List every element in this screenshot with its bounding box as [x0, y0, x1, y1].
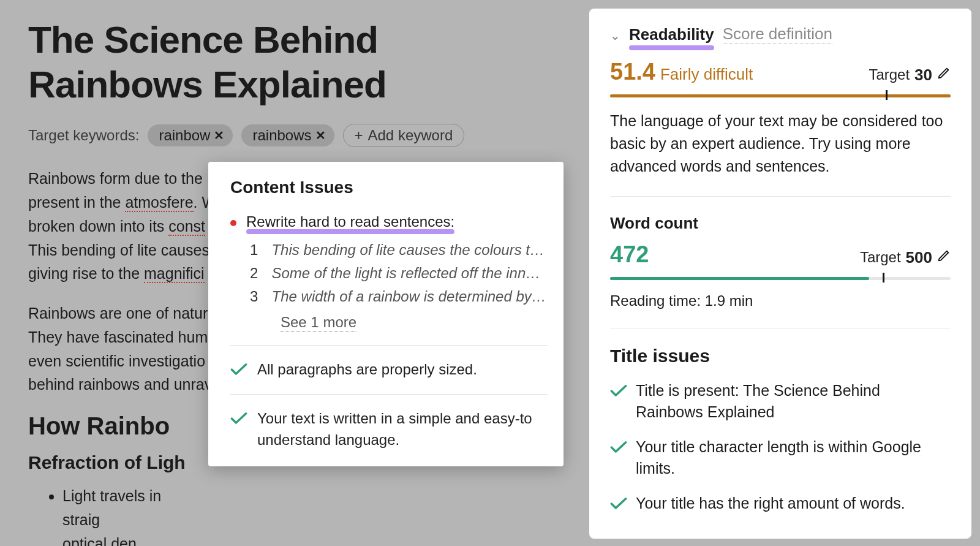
check-icon	[610, 495, 627, 510]
check-icon	[610, 438, 627, 454]
edit-icon[interactable]	[937, 249, 951, 266]
keyword-text: rainbows	[252, 127, 311, 144]
highlight-underline	[246, 229, 454, 234]
sentence-text: This bending of lite causes the colours …	[271, 241, 548, 259]
pass-row: Your text is written in a simple and eas…	[230, 408, 548, 451]
wordcount-value: 472	[610, 241, 649, 268]
plus-icon: +	[355, 127, 363, 144]
divider	[230, 394, 548, 395]
chevron-down-icon[interactable]: ⌄	[610, 28, 620, 43]
highlight-underline	[629, 45, 714, 50]
sentence-item[interactable]: 2 Some of the light is reflected off the…	[250, 265, 548, 282]
wordcount-row: 472 Target 500	[610, 241, 951, 268]
divider	[230, 345, 548, 346]
pass-row: All paragraphs are properly sized.	[230, 359, 548, 381]
sentence-list: 1 This bending of lite causes the colour…	[250, 241, 548, 332]
readability-bar	[610, 93, 951, 97]
close-icon[interactable]: ✕	[214, 128, 224, 143]
keywords-label: Target keywords:	[28, 127, 139, 144]
pass-text: All paragraphs are properly sized.	[257, 359, 477, 381]
title-issue-item: Your title character length is within Go…	[610, 436, 951, 479]
see-more-link[interactable]: See 1 more	[281, 314, 356, 332]
wordcount-target: Target 500	[860, 248, 951, 267]
title-issues-heading: Title issues	[610, 346, 951, 366]
check-icon	[230, 361, 247, 377]
issue-title[interactable]: Rewrite hard to read sentences:	[246, 213, 454, 230]
sidebar-header: ⌄ Readability Score definition	[610, 25, 951, 44]
divider	[610, 196, 951, 197]
sentence-text: The width of a rainbow is determined by …	[272, 288, 548, 305]
sentence-text: Some of the light is reflected off the i…	[271, 265, 548, 282]
list-item[interactable]: Light travels in straig different optica…	[62, 484, 548, 546]
wordcount-bar	[610, 275, 951, 280]
readability-score-row: 51.4 Fairly difficult Target 30	[610, 59, 951, 85]
sentence-item[interactable]: 3 The width of a rainbow is determined b…	[250, 288, 548, 305]
page-title[interactable]: The Science Behind Rainbows Explained	[28, 17, 548, 107]
title-issue-item: Title is present: The Science Behind Rai…	[610, 380, 951, 423]
spell-error[interactable]: magnifici	[144, 265, 205, 283]
title-issues-list: Title is present: The Science Behind Rai…	[610, 380, 951, 514]
keyword-chip[interactable]: rainbows ✕	[241, 124, 334, 146]
keyword-row: Target keywords: rainbow ✕ rainbows ✕ + …	[28, 124, 548, 147]
close-icon[interactable]: ✕	[315, 128, 326, 143]
divider	[610, 328, 951, 328]
readability-description: The language of your text may be conside…	[610, 110, 951, 178]
check-icon	[610, 382, 627, 398]
issue-row: Rewrite hard to read sentences:	[230, 213, 548, 230]
tab-readability[interactable]: Readability	[629, 25, 714, 44]
check-icon	[230, 410, 247, 426]
sentence-number: 3	[250, 288, 261, 305]
spell-error[interactable]: const	[168, 218, 205, 236]
popover-title: Content Issues	[230, 178, 548, 197]
sentence-number: 1	[250, 241, 260, 259]
error-dot-icon	[230, 220, 236, 226]
readability-label: Fairly difficult	[660, 65, 753, 84]
title-issue-item: Your title has the right amount of words…	[610, 493, 951, 514]
pass-text: Your text is written in a simple and eas…	[257, 408, 548, 451]
edit-icon[interactable]	[937, 66, 951, 83]
reading-time: Reading time: 1.9 min	[610, 292, 951, 309]
add-keyword-label: Add keyword	[368, 127, 453, 144]
bullet-list[interactable]: Light travels in straig different optica…	[28, 484, 548, 546]
readability-sidebar: ⌄ Readability Score definition 51.4 Fair…	[589, 9, 971, 539]
add-keyword-button[interactable]: + Add keyword	[343, 124, 465, 147]
sentence-item[interactable]: 1 This bending of lite causes the colour…	[250, 241, 548, 259]
keyword-text: rainbow	[159, 127, 210, 144]
wordcount-title: Word count	[610, 214, 951, 233]
spell-error[interactable]: atmosfere	[125, 194, 193, 212]
readability-target: Target 30	[869, 66, 951, 85]
content-issues-popover: Content Issues Rewrite hard to read sent…	[208, 162, 564, 466]
sentence-number: 2	[250, 265, 260, 282]
score-definition-link[interactable]: Score definition	[723, 25, 832, 44]
readability-score: 51.4	[610, 59, 655, 85]
keyword-chip[interactable]: rainbow ✕	[148, 124, 233, 146]
